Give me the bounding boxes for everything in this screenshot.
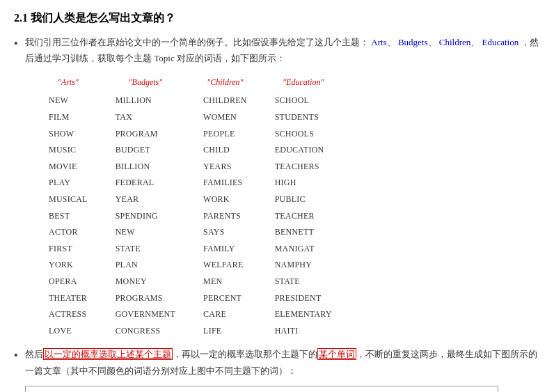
table-cell: BENNETT: [261, 224, 346, 241]
table-cell: ACTOR: [35, 224, 102, 241]
table-cell: PROGRAM: [102, 126, 189, 143]
table-cell: YEAR: [102, 191, 189, 208]
table-cell: BUDGET: [102, 142, 189, 159]
table-cell: MOVIE: [35, 159, 102, 175]
table-row: ACTRESSGOVERNMENTCAREELEMENTARY: [35, 306, 346, 323]
col-header-budgets: "Budgets": [102, 74, 189, 93]
table-cell: PROGRAMS: [102, 290, 189, 307]
table-cell: MUSICAL: [35, 191, 102, 208]
table-cell: PEOPLE: [189, 126, 261, 143]
table-cell: NAMPHY: [261, 257, 346, 274]
table-cell: WOMEN: [189, 109, 261, 126]
table-cell: CARE: [189, 306, 261, 323]
table-cell: YORK: [35, 257, 102, 274]
link-education[interactable]: Education: [482, 37, 519, 47]
bullet-2: • 然后以一定的概率选取上述某个主题，再以一定的概率选取那个主题下的某个单词，不…: [14, 346, 540, 379]
highlight-topic: 以一定的概率选取上述某个主题: [43, 348, 173, 360]
link-children[interactable]: Children: [439, 37, 471, 47]
table-row: BESTSPENDINGPARENTSTEACHER: [35, 208, 346, 225]
table-row: FILMTAXWOMENSTUDENTS: [35, 109, 346, 126]
table-cell: FAMILY: [189, 241, 261, 258]
table-cell: PARENTS: [189, 208, 261, 225]
bullet2-text2: ，再以一定的概率选取那个主题下的: [173, 349, 317, 359]
table-cell: MILLION: [102, 93, 189, 109]
table-cell: GOVERNMENT: [102, 306, 189, 323]
bullet-2-text: 然后以一定的概率选取上述某个主题，再以一定的概率选取那个主题下的某个单词，不断的…: [25, 346, 540, 379]
table-cell: FAMILIES: [189, 175, 261, 191]
article-box: The William Randolph Hearst Foundation w…: [25, 386, 498, 392]
col-header-arts: "Arts": [35, 74, 102, 93]
table-cell: BILLION: [102, 159, 189, 175]
bullet-dot-1: •: [14, 34, 25, 54]
highlight-word: 某个单词: [317, 348, 356, 360]
table-cell: FIRST: [35, 241, 102, 258]
table-cell: TEACHER: [261, 208, 346, 225]
table-cell: OPERA: [35, 274, 102, 290]
table-cell: SPENDING: [102, 208, 189, 225]
link-arts[interactable]: Arts: [371, 37, 386, 47]
table-cell: MONEY: [102, 274, 189, 290]
table-cell: CHILDREN: [189, 93, 261, 109]
bullet-1: • 我们引用三位作者在原始论文中的一个简单的例子。比如假设事先给定了这几个主题：…: [14, 34, 540, 67]
table-cell: PERCENT: [189, 290, 261, 307]
table-cell: ACTRESS: [35, 306, 102, 323]
table-cell: SCHOOLS: [261, 126, 346, 143]
table-cell: EDUCATION: [261, 142, 346, 159]
table-row: MUSICBUDGETCHILDEDUCATION: [35, 142, 346, 159]
bullet1-text-before: 我们引用三位作者在原始论文中的一个简单的例子。比如假设事先给定了这几个主题：: [25, 37, 369, 47]
table-cell: WELFARE: [189, 257, 261, 274]
col-header-education: "Education": [261, 74, 346, 93]
table-cell: CONGRESS: [102, 323, 189, 340]
table-cell: SHOW: [35, 126, 102, 143]
table-cell: FEDERAL: [102, 175, 189, 191]
table-row: ACTORNEWSAYSBENNETT: [35, 224, 346, 241]
table-cell: NEW: [102, 224, 189, 241]
table-cell: THEATER: [35, 290, 102, 307]
table-cell: SCHOOL: [261, 93, 346, 109]
topic-table: "Arts" "Budgets" "Children" "Education" …: [35, 74, 346, 340]
table-cell: NEW: [35, 93, 102, 109]
table-row: LOVECONGRESSLIFEHAITI: [35, 323, 346, 340]
table-cell: MEN: [189, 274, 261, 290]
table-row: FIRSTSTATEFAMILYMANIGAT: [35, 241, 346, 258]
section-title: 2.1 我们人类是怎么写出文章的？: [14, 11, 540, 26]
table-cell: HAITI: [261, 323, 346, 340]
bullet-dot-2: •: [14, 346, 25, 366]
bullet2-text1: 然后: [25, 349, 43, 359]
table-cell: PLAY: [35, 175, 102, 191]
table-cell: PRESIDENT: [261, 290, 346, 307]
table-cell: YEARS: [189, 159, 261, 175]
table-cell: STUDENTS: [261, 109, 346, 126]
bullet-1-text: 我们引用三位作者在原始论文中的一个简单的例子。比如假设事先给定了这几个主题： A…: [25, 34, 540, 67]
table-cell: TAX: [102, 109, 189, 126]
table-cell: FILM: [35, 109, 102, 126]
table-row: OPERAMONEYMENSTATE: [35, 274, 346, 290]
col-header-children: "Children": [189, 74, 261, 93]
table-cell: LIFE: [189, 323, 261, 340]
table-row: MUSICALYEARWORKPUBLIC: [35, 191, 346, 208]
table-cell: PUBLIC: [261, 191, 346, 208]
table-cell: WORK: [189, 191, 261, 208]
table-cell: ELEMENTARY: [261, 306, 346, 323]
table-row: THEATERPROGRAMSPERCENTPRESIDENT: [35, 290, 346, 307]
table-cell: MUSIC: [35, 142, 102, 159]
table-cell: CHILD: [189, 142, 261, 159]
table-cell: BEST: [35, 208, 102, 225]
table-cell: STATE: [261, 274, 346, 290]
table-row: MOVIEBILLIONYEARSTEACHERS: [35, 159, 346, 175]
table-cell: TEACHERS: [261, 159, 346, 175]
table-row: NEWMILLIONCHILDRENSCHOOL: [35, 93, 346, 109]
table-cell: HIGH: [261, 175, 346, 191]
table-row: SHOWPROGRAMPEOPLESCHOOLS: [35, 126, 346, 143]
table-row: PLAYFEDERALFAMILIESHIGH: [35, 175, 346, 191]
table-cell: MANIGAT: [261, 241, 346, 258]
table-cell: LOVE: [35, 323, 102, 340]
table-row: YORKPLANWELFARENAMPHY: [35, 257, 346, 274]
table-cell: SAYS: [189, 224, 261, 241]
topic-table-wrapper: "Arts" "Budgets" "Children" "Education" …: [35, 74, 540, 340]
table-cell: PLAN: [102, 257, 189, 274]
table-cell: STATE: [102, 241, 189, 258]
link-budgets[interactable]: Budgets: [398, 37, 428, 47]
